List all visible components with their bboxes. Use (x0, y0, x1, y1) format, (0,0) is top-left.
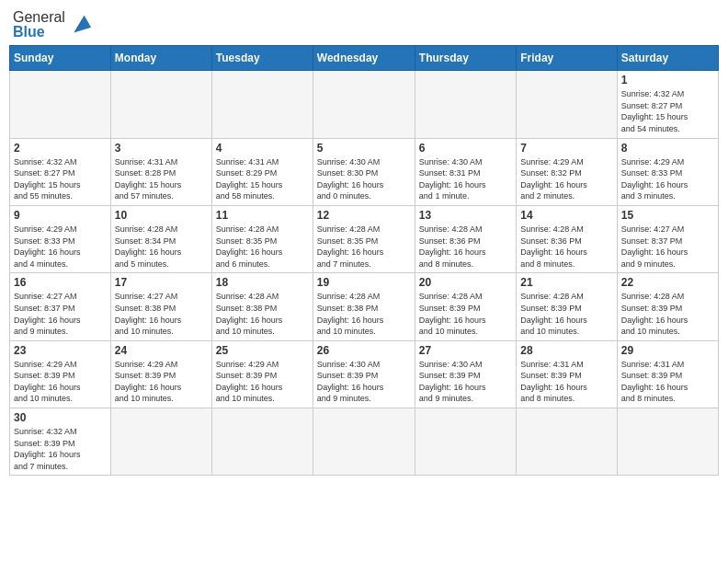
day-info: Sunrise: 4:28 AM Sunset: 8:39 PM Dayligh… (419, 291, 512, 337)
calendar-day-cell (313, 71, 415, 138)
day-info: Sunrise: 4:28 AM Sunset: 8:39 PM Dayligh… (621, 291, 714, 337)
day-number: 4 (216, 142, 309, 155)
day-number: 17 (115, 276, 208, 289)
day-number: 27 (419, 344, 512, 357)
day-number: 2 (14, 142, 107, 155)
calendar-day-cell: 27Sunrise: 4:30 AM Sunset: 8:39 PM Dayli… (415, 340, 516, 408)
calendar-day-cell (110, 71, 211, 138)
calendar-day-cell: 1Sunrise: 4:32 AM Sunset: 8:27 PM Daylig… (617, 71, 718, 138)
calendar-day-cell: 22Sunrise: 4:28 AM Sunset: 8:39 PM Dayli… (617, 273, 718, 340)
day-info: Sunrise: 4:30 AM Sunset: 8:30 PM Dayligh… (317, 156, 411, 202)
day-number: 24 (115, 344, 208, 357)
day-info: Sunrise: 4:29 AM Sunset: 8:33 PM Dayligh… (621, 156, 714, 202)
day-number: 10 (115, 209, 208, 222)
weekday-header-thursday: Thursday (415, 46, 516, 71)
calendar-day-cell: 8Sunrise: 4:29 AM Sunset: 8:33 PM Daylig… (617, 138, 718, 205)
calendar-day-cell (415, 71, 516, 138)
calendar-day-cell (211, 408, 313, 476)
day-info: Sunrise: 4:28 AM Sunset: 8:35 PM Dayligh… (216, 224, 309, 270)
day-number: 21 (520, 276, 612, 289)
calendar-day-cell: 23Sunrise: 4:29 AM Sunset: 8:39 PM Dayli… (10, 340, 111, 408)
day-info: Sunrise: 4:31 AM Sunset: 8:39 PM Dayligh… (621, 359, 714, 405)
day-number: 30 (14, 411, 107, 424)
day-number: 25 (216, 344, 309, 357)
day-info: Sunrise: 4:32 AM Sunset: 8:27 PM Dayligh… (621, 88, 714, 134)
day-number: 23 (14, 344, 107, 357)
calendar-day-cell: 7Sunrise: 4:29 AM Sunset: 8:32 PM Daylig… (517, 138, 617, 205)
day-info: Sunrise: 4:29 AM Sunset: 8:39 PM Dayligh… (216, 359, 309, 405)
calendar-day-cell: 29Sunrise: 4:31 AM Sunset: 8:39 PM Dayli… (617, 340, 718, 408)
day-number: 9 (14, 209, 107, 222)
day-info: Sunrise: 4:31 AM Sunset: 8:39 PM Dayligh… (520, 359, 612, 405)
day-info: Sunrise: 4:28 AM Sunset: 8:35 PM Dayligh… (317, 224, 411, 270)
calendar-week-2: 2Sunrise: 4:32 AM Sunset: 8:27 PM Daylig… (10, 138, 719, 205)
calendar-day-cell (110, 408, 211, 476)
day-info: Sunrise: 4:31 AM Sunset: 8:29 PM Dayligh… (216, 156, 309, 202)
day-number: 22 (621, 276, 714, 289)
day-info: Sunrise: 4:30 AM Sunset: 8:39 PM Dayligh… (419, 359, 512, 405)
weekday-header-saturday: Saturday (617, 46, 718, 71)
calendar-day-cell: 16Sunrise: 4:27 AM Sunset: 8:37 PM Dayli… (10, 273, 111, 340)
day-info: Sunrise: 4:28 AM Sunset: 8:36 PM Dayligh… (419, 224, 512, 270)
day-number: 19 (317, 276, 411, 289)
day-info: Sunrise: 4:28 AM Sunset: 8:38 PM Dayligh… (216, 291, 309, 337)
day-number: 12 (317, 209, 411, 222)
calendar-day-cell: 25Sunrise: 4:29 AM Sunset: 8:39 PM Dayli… (211, 340, 313, 408)
weekday-header-row: SundayMondayTuesdayWednesdayThursdayFrid… (10, 46, 719, 71)
calendar-week-4: 16Sunrise: 4:27 AM Sunset: 8:37 PM Dayli… (10, 273, 719, 340)
calendar-day-cell: 19Sunrise: 4:28 AM Sunset: 8:38 PM Dayli… (313, 273, 415, 340)
calendar-week-3: 9Sunrise: 4:29 AM Sunset: 8:33 PM Daylig… (10, 205, 719, 272)
calendar-day-cell (211, 71, 313, 138)
page-header: General Blue (9, 9, 719, 40)
day-number: 3 (115, 142, 208, 155)
calendar-week-6: 30Sunrise: 4:32 AM Sunset: 8:39 PM Dayli… (10, 408, 719, 476)
day-info: Sunrise: 4:29 AM Sunset: 8:39 PM Dayligh… (14, 359, 107, 405)
calendar-day-cell: 9Sunrise: 4:29 AM Sunset: 8:33 PM Daylig… (10, 205, 111, 272)
day-info: Sunrise: 4:30 AM Sunset: 8:31 PM Dayligh… (419, 156, 512, 202)
day-info: Sunrise: 4:32 AM Sunset: 8:39 PM Dayligh… (14, 426, 107, 472)
calendar-week-5: 23Sunrise: 4:29 AM Sunset: 8:39 PM Dayli… (10, 340, 719, 408)
calendar-day-cell: 26Sunrise: 4:30 AM Sunset: 8:39 PM Dayli… (313, 340, 415, 408)
day-info: Sunrise: 4:31 AM Sunset: 8:28 PM Dayligh… (115, 156, 208, 202)
day-info: Sunrise: 4:28 AM Sunset: 8:39 PM Dayligh… (520, 291, 612, 337)
calendar-day-cell: 30Sunrise: 4:32 AM Sunset: 8:39 PM Dayli… (10, 408, 111, 476)
day-number: 18 (216, 276, 309, 289)
calendar-day-cell: 20Sunrise: 4:28 AM Sunset: 8:39 PM Dayli… (415, 273, 516, 340)
calendar-week-1: 1Sunrise: 4:32 AM Sunset: 8:27 PM Daylig… (10, 71, 719, 138)
day-number: 20 (419, 276, 512, 289)
day-info: Sunrise: 4:27 AM Sunset: 8:37 PM Dayligh… (621, 224, 714, 270)
day-number: 26 (317, 344, 411, 357)
day-info: Sunrise: 4:28 AM Sunset: 8:38 PM Dayligh… (317, 291, 411, 337)
day-number: 8 (621, 142, 714, 155)
calendar-day-cell: 10Sunrise: 4:28 AM Sunset: 8:34 PM Dayli… (110, 205, 211, 272)
day-number: 16 (14, 276, 107, 289)
calendar-day-cell: 24Sunrise: 4:29 AM Sunset: 8:39 PM Dayli… (110, 340, 211, 408)
calendar-day-cell: 4Sunrise: 4:31 AM Sunset: 8:29 PM Daylig… (211, 138, 313, 205)
calendar-day-cell (517, 408, 617, 476)
day-info: Sunrise: 4:29 AM Sunset: 8:39 PM Dayligh… (115, 359, 208, 405)
day-number: 15 (621, 209, 714, 222)
calendar-day-cell: 11Sunrise: 4:28 AM Sunset: 8:35 PM Dayli… (211, 205, 313, 272)
day-info: Sunrise: 4:30 AM Sunset: 8:39 PM Dayligh… (317, 359, 411, 405)
calendar-day-cell: 13Sunrise: 4:28 AM Sunset: 8:36 PM Dayli… (415, 205, 516, 272)
day-number: 14 (520, 209, 612, 222)
weekday-header-tuesday: Tuesday (211, 46, 313, 71)
day-number: 11 (216, 209, 309, 222)
calendar-day-cell (313, 408, 415, 476)
day-number: 13 (419, 209, 512, 222)
day-number: 6 (419, 142, 512, 155)
calendar-day-cell (415, 408, 516, 476)
calendar-day-cell: 15Sunrise: 4:27 AM Sunset: 8:37 PM Dayli… (617, 205, 718, 272)
logo: General Blue (13, 9, 93, 40)
calendar-table: SundayMondayTuesdayWednesdayThursdayFrid… (9, 45, 719, 476)
calendar-day-cell: 6Sunrise: 4:30 AM Sunset: 8:31 PM Daylig… (415, 138, 516, 205)
calendar-day-cell: 18Sunrise: 4:28 AM Sunset: 8:38 PM Dayli… (211, 273, 313, 340)
weekday-header-sunday: Sunday (10, 46, 111, 71)
calendar-day-cell: 5Sunrise: 4:30 AM Sunset: 8:30 PM Daylig… (313, 138, 415, 205)
calendar-day-cell (517, 71, 617, 138)
calendar-day-cell: 21Sunrise: 4:28 AM Sunset: 8:39 PM Dayli… (517, 273, 617, 340)
day-info: Sunrise: 4:28 AM Sunset: 8:36 PM Dayligh… (520, 224, 612, 270)
day-number: 7 (520, 142, 612, 155)
calendar-day-cell: 14Sunrise: 4:28 AM Sunset: 8:36 PM Dayli… (517, 205, 617, 272)
day-number: 29 (621, 344, 714, 357)
